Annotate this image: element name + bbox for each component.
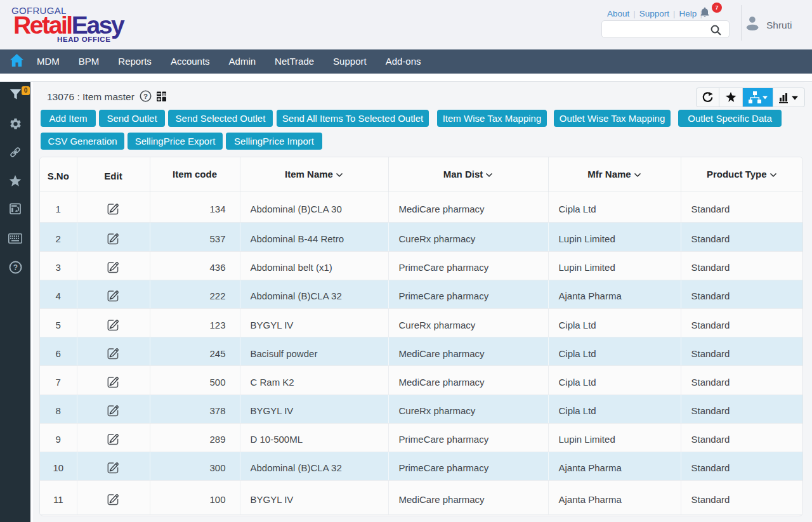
- svg-text:?: ?: [143, 93, 148, 100]
- svg-text:?: ?: [13, 263, 17, 272]
